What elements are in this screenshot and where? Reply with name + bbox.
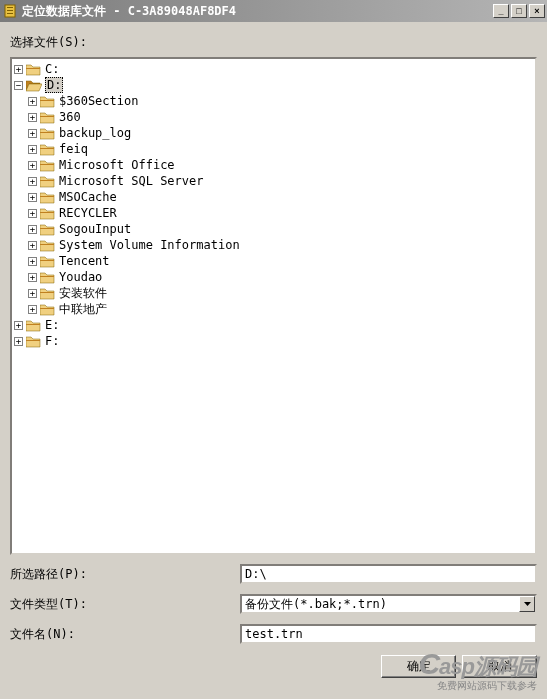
maximize-button[interactable]: □ xyxy=(511,4,527,18)
svg-rect-5 xyxy=(26,68,40,69)
tree-node-label: Tencent xyxy=(59,254,110,268)
expand-icon[interactable]: + xyxy=(28,129,37,138)
svg-rect-17 xyxy=(40,164,54,165)
svg-marker-26 xyxy=(40,241,54,251)
folder-icon xyxy=(40,271,56,284)
close-button[interactable]: × xyxy=(529,4,545,18)
expand-icon[interactable]: + xyxy=(28,305,37,314)
expand-icon[interactable]: + xyxy=(28,97,37,106)
svg-marker-20 xyxy=(40,193,54,203)
folder-icon xyxy=(40,255,56,268)
folder-icon xyxy=(40,159,56,172)
path-input[interactable] xyxy=(240,564,537,584)
expand-icon[interactable]: + xyxy=(28,177,37,186)
chevron-down-icon xyxy=(524,602,531,606)
folder-icon xyxy=(40,111,56,124)
tree-node-label: System Volume Information xyxy=(59,238,240,252)
expand-icon[interactable]: + xyxy=(28,161,37,170)
folder-icon xyxy=(26,63,42,76)
svg-rect-23 xyxy=(40,212,54,213)
select-file-label: 选择文件(S): xyxy=(10,34,537,51)
type-combobox[interactable]: 备份文件(*.bak;*.trn) xyxy=(240,594,537,614)
svg-marker-14 xyxy=(40,145,54,155)
tree-folder[interactable]: +RECYCLER xyxy=(14,205,533,221)
tree-folder[interactable]: +Tencent xyxy=(14,253,533,269)
tree-folder[interactable]: +feiq xyxy=(14,141,533,157)
folder-icon xyxy=(26,335,42,348)
folder-icon xyxy=(40,143,56,156)
expand-icon[interactable]: + xyxy=(14,65,23,74)
svg-rect-25 xyxy=(40,228,54,229)
svg-rect-39 xyxy=(26,340,40,341)
ok-button[interactable]: 确定 xyxy=(381,655,456,678)
folder-icon xyxy=(26,319,42,332)
tree-drive[interactable]: +C: xyxy=(14,61,533,77)
svg-marker-7 xyxy=(26,84,42,91)
expand-icon[interactable]: + xyxy=(28,193,37,202)
tree-folder[interactable]: +Youdao xyxy=(14,269,533,285)
svg-rect-33 xyxy=(40,292,54,293)
tree-drive[interactable]: +E: xyxy=(14,317,533,333)
minimize-button[interactable]: _ xyxy=(493,4,509,18)
collapse-icon[interactable]: − xyxy=(14,81,23,90)
tree-folder[interactable]: +SogouInput xyxy=(14,221,533,237)
window-controls: _ □ × xyxy=(493,4,545,18)
svg-rect-1 xyxy=(7,7,13,8)
cancel-button[interactable]: 取消 xyxy=(462,655,537,678)
svg-marker-8 xyxy=(40,97,54,107)
expand-icon[interactable]: + xyxy=(14,321,23,330)
expand-icon[interactable]: + xyxy=(28,113,37,122)
expand-icon[interactable]: + xyxy=(14,337,23,346)
tree-node-label: D: xyxy=(45,77,63,93)
svg-rect-9 xyxy=(40,100,54,101)
svg-rect-31 xyxy=(40,276,54,277)
tree-folder[interactable]: +backup_log xyxy=(14,125,533,141)
svg-rect-3 xyxy=(7,13,13,14)
svg-marker-16 xyxy=(40,161,54,171)
tree-node-label: feiq xyxy=(59,142,88,156)
tree-folder[interactable]: +360 xyxy=(14,109,533,125)
tree-drive[interactable]: −D: xyxy=(14,77,533,93)
expand-icon[interactable]: + xyxy=(28,209,37,218)
expand-icon[interactable]: + xyxy=(28,273,37,282)
expand-icon[interactable]: + xyxy=(28,241,37,250)
svg-marker-36 xyxy=(26,321,40,331)
combobox-dropdown-button[interactable] xyxy=(519,596,535,612)
tree-folder[interactable]: +Microsoft Office xyxy=(14,157,533,173)
svg-marker-4 xyxy=(26,65,40,75)
tree-folder[interactable]: +中联地产 xyxy=(14,301,533,317)
tree-node-label: MSOCache xyxy=(59,190,117,204)
path-label: 所选路径(P): xyxy=(10,566,240,583)
folder-tree[interactable]: +C:−D:+$360Section+360+backup_log+feiq+M… xyxy=(10,57,537,555)
window-title: 定位数据库文件 - C-3A89048AF8DF4 xyxy=(22,3,493,20)
svg-rect-35 xyxy=(40,308,54,309)
expand-icon[interactable]: + xyxy=(28,289,37,298)
expand-icon[interactable]: + xyxy=(28,145,37,154)
tree-folder[interactable]: +Microsoft SQL Server xyxy=(14,173,533,189)
tree-folder[interactable]: +安装软件 xyxy=(14,285,533,301)
expand-icon[interactable]: + xyxy=(28,225,37,234)
tree-drive[interactable]: +F: xyxy=(14,333,533,349)
tree-node-label: 安装软件 xyxy=(59,285,107,302)
folder-icon xyxy=(40,95,56,108)
tree-node-label: E: xyxy=(45,318,59,332)
svg-marker-28 xyxy=(40,257,54,267)
tree-node-label: 中联地产 xyxy=(59,301,107,318)
svg-rect-13 xyxy=(40,132,54,133)
svg-marker-22 xyxy=(40,209,54,219)
folder-icon xyxy=(40,287,56,300)
tree-node-label: C: xyxy=(45,62,59,76)
svg-rect-27 xyxy=(40,244,54,245)
folder-icon xyxy=(40,303,56,316)
svg-marker-32 xyxy=(40,289,54,299)
tree-folder[interactable]: +System Volume Information xyxy=(14,237,533,253)
filename-input[interactable] xyxy=(240,624,537,644)
folder-open-icon xyxy=(26,79,42,92)
tree-node-label: $360Section xyxy=(59,94,138,108)
titlebar: 定位数据库文件 - C-3A89048AF8DF4 _ □ × xyxy=(0,0,547,22)
tree-folder[interactable]: +$360Section xyxy=(14,93,533,109)
tree-node-label: SogouInput xyxy=(59,222,131,236)
tree-folder[interactable]: +MSOCache xyxy=(14,189,533,205)
svg-rect-29 xyxy=(40,260,54,261)
expand-icon[interactable]: + xyxy=(28,257,37,266)
